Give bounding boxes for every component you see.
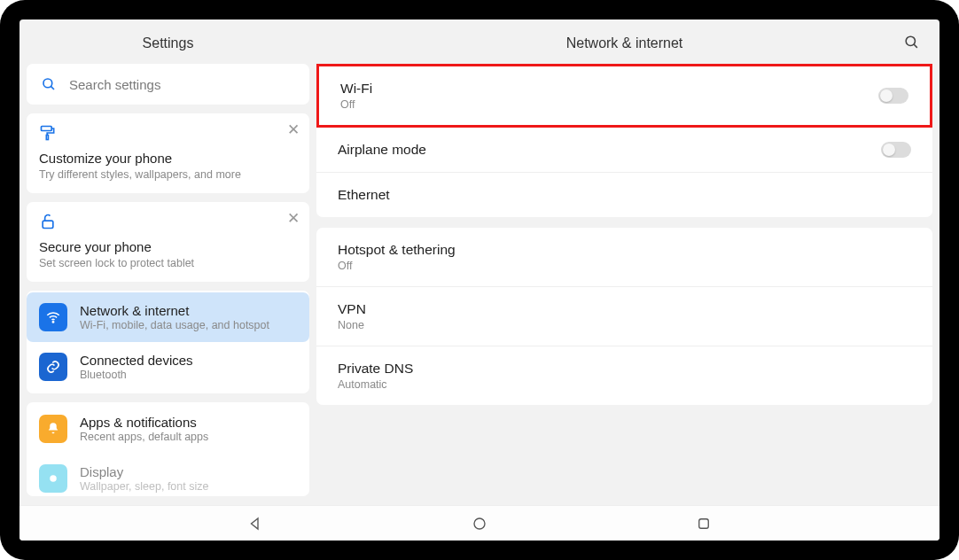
search-settings-field[interactable] bbox=[27, 64, 309, 105]
search-button[interactable] bbox=[903, 34, 920, 54]
sidebar-item-subtitle: Wi-Fi, mobile, data usage, and hotspot bbox=[80, 319, 269, 331]
svg-line-1 bbox=[51, 86, 54, 89]
sidebar-title: Settings bbox=[27, 19, 309, 64]
row-title: VPN bbox=[338, 301, 911, 317]
svg-rect-10 bbox=[698, 518, 708, 528]
detail-pane: Network & internet Wi-Fi Off bbox=[316, 19, 940, 505]
link-icon bbox=[39, 353, 67, 381]
svg-line-8 bbox=[914, 44, 917, 48]
svg-rect-3 bbox=[46, 136, 48, 140]
row-subtitle: Off bbox=[340, 98, 878, 111]
unlock-icon bbox=[39, 213, 297, 234]
row-title: Airplane mode bbox=[338, 142, 881, 158]
device-frame: Settings ✕ bbox=[0, 0, 959, 560]
recents-button[interactable] bbox=[686, 506, 721, 541]
sidebar-item-label: Display bbox=[80, 464, 208, 479]
settings-group-1: Network & internet Wi-Fi, mobile, data u… bbox=[27, 291, 309, 393]
paint-roller-icon bbox=[39, 124, 297, 145]
home-button[interactable] bbox=[462, 506, 497, 541]
display-icon bbox=[39, 464, 67, 493]
sidebar-item-display[interactable]: Display Wallpaper, sleep, font size bbox=[27, 454, 309, 496]
svg-point-9 bbox=[474, 518, 485, 529]
svg-point-5 bbox=[52, 322, 54, 323]
row-title: Hotspot & tethering bbox=[338, 242, 911, 258]
sidebar-item-subtitle: Wallpaper, sleep, font size bbox=[80, 480, 208, 493]
svg-point-0 bbox=[43, 79, 52, 88]
row-subtitle: Off bbox=[338, 260, 911, 272]
navigation-bar bbox=[19, 505, 940, 541]
search-input[interactable] bbox=[69, 77, 295, 92]
suggestion-title: Customize your phone bbox=[39, 151, 297, 166]
sidebar-item-label: Apps & notifications bbox=[80, 415, 208, 430]
sidebar-item-label: Connected devices bbox=[80, 353, 193, 368]
airplane-mode-row[interactable]: Airplane mode bbox=[316, 128, 932, 172]
wifi-row[interactable]: Wi-Fi Off bbox=[319, 66, 930, 125]
network-group-1: Airplane mode Ethernet bbox=[316, 128, 932, 217]
hotspot-row[interactable]: Hotspot & tethering Off bbox=[316, 228, 932, 286]
svg-point-6 bbox=[50, 475, 57, 482]
suggestion-secure[interactable]: ✕ Secure your phone Set screen lock to p… bbox=[27, 202, 309, 282]
close-icon[interactable]: ✕ bbox=[285, 121, 302, 138]
detail-header: Network & internet bbox=[316, 19, 932, 64]
airplane-toggle[interactable] bbox=[881, 142, 911, 158]
suggestion-subtitle: Set screen lock to protect tablet bbox=[39, 257, 297, 269]
sidebar-item-label: Network & internet bbox=[80, 303, 269, 318]
settings-sidebar: Settings ✕ bbox=[19, 19, 316, 505]
sidebar-item-subtitle: Recent apps, default apps bbox=[80, 431, 208, 443]
wifi-toggle[interactable] bbox=[878, 88, 908, 104]
svg-rect-2 bbox=[42, 127, 52, 131]
row-title: Ethernet bbox=[338, 187, 911, 203]
network-group-2: Hotspot & tethering Off VPN None Private… bbox=[316, 228, 932, 405]
suggestion-customize[interactable]: ✕ Customize your phone Try different sty… bbox=[27, 113, 309, 193]
private-dns-row[interactable]: Private DNS Automatic bbox=[316, 346, 932, 405]
close-icon[interactable]: ✕ bbox=[285, 209, 302, 227]
vpn-row[interactable]: VPN None bbox=[316, 286, 932, 346]
main-area: Settings ✕ bbox=[19, 19, 940, 505]
row-title: Private DNS bbox=[338, 361, 911, 377]
svg-point-7 bbox=[906, 36, 915, 45]
row-subtitle: Automatic bbox=[338, 378, 911, 391]
sidebar-item-subtitle: Bluetooth bbox=[80, 369, 193, 381]
bell-icon bbox=[39, 415, 67, 443]
suggestion-subtitle: Try different styles, wallpapers, and mo… bbox=[39, 168, 297, 181]
sidebar-item-connected-devices[interactable]: Connected devices Bluetooth bbox=[27, 342, 309, 392]
detail-title: Network & internet bbox=[566, 35, 683, 51]
svg-rect-4 bbox=[43, 221, 53, 228]
wifi-icon bbox=[39, 303, 67, 331]
settings-group-2: Apps & notifications Recent apps, defaul… bbox=[27, 402, 309, 496]
screen: Settings ✕ bbox=[19, 19, 940, 541]
back-button[interactable] bbox=[238, 506, 273, 541]
search-icon bbox=[41, 76, 57, 92]
wifi-row-highlight: Wi-Fi Off bbox=[316, 64, 932, 128]
ethernet-row[interactable]: Ethernet bbox=[316, 172, 932, 217]
suggestion-title: Secure your phone bbox=[39, 239, 297, 254]
sidebar-item-apps[interactable]: Apps & notifications Recent apps, defaul… bbox=[27, 404, 309, 454]
sidebar-item-network[interactable]: Network & internet Wi-Fi, mobile, data u… bbox=[27, 292, 309, 342]
row-subtitle: None bbox=[338, 319, 911, 331]
row-title: Wi-Fi bbox=[340, 81, 878, 97]
